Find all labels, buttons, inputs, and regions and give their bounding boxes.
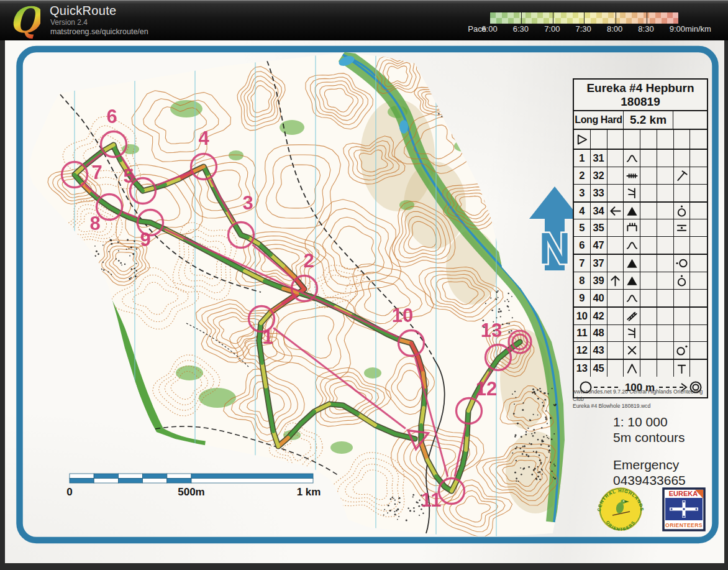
control-number: 12 <box>574 342 591 359</box>
col-d <box>624 237 640 254</box>
credit-line-2: Eureka #4 Blowhole 180819.wcd <box>573 403 711 410</box>
col-d <box>624 342 640 359</box>
eureka-logo: EUREKA ORIENTEERS <box>663 489 704 530</box>
control-number-label: 12 <box>476 378 497 400</box>
control-number: 4 <box>574 203 591 219</box>
cell <box>640 130 657 149</box>
col-f <box>657 237 674 254</box>
col-e <box>640 272 657 289</box>
col-d <box>624 185 640 201</box>
control-number: 8 <box>574 272 591 289</box>
control-row: 647 <box>574 237 707 255</box>
control-code: 35 <box>591 219 607 236</box>
control-number: 2 <box>574 167 591 184</box>
col-c <box>607 167 624 184</box>
control-number: 13 <box>574 360 591 377</box>
col-g <box>674 185 691 201</box>
control-number: 1 <box>574 150 591 167</box>
col-h <box>690 255 707 272</box>
col-f <box>657 325 674 342</box>
col-c <box>607 237 624 254</box>
between-lines-symbol <box>675 221 688 234</box>
control-row: 232 <box>574 167 707 185</box>
col-e <box>640 203 657 219</box>
course-name: Long Hard <box>574 111 624 129</box>
circle-dot-top-symbol <box>675 274 688 287</box>
col-g <box>674 290 691 306</box>
control-code: 40 <box>591 290 607 306</box>
col-c <box>607 203 624 219</box>
map-scale-text: 1: 10 000 <box>613 415 668 430</box>
col-h <box>690 360 707 377</box>
control-description-sheet: Eureka #4 Hepburn 180819 Long Hard 5.2 k… <box>573 78 708 398</box>
col-f <box>657 150 674 167</box>
scale-end-label: 1 km <box>297 486 321 498</box>
cell <box>591 130 607 149</box>
control-number-label: 7 <box>91 162 102 183</box>
col-d <box>624 219 640 236</box>
cell <box>607 130 624 149</box>
col-c <box>607 150 624 167</box>
col-h <box>690 185 707 201</box>
col-h <box>690 219 707 236</box>
col-g <box>674 342 691 359</box>
col-d <box>624 167 640 184</box>
col-d <box>624 272 640 289</box>
control-code: 33 <box>591 185 607 201</box>
pole-symbol <box>675 169 688 182</box>
col-e <box>640 360 657 377</box>
col-f <box>657 360 674 377</box>
col-f <box>657 255 674 272</box>
control-number-label: 11 <box>421 489 442 511</box>
cell <box>657 130 674 149</box>
control-rows: 1312323334345356477378399401042114812431… <box>574 130 707 377</box>
col-c <box>607 219 624 236</box>
col-h <box>690 342 707 359</box>
earth-wall-symbol <box>626 221 639 234</box>
col-d <box>624 150 640 167</box>
col-h <box>690 272 707 289</box>
control-row: 535 <box>574 219 707 237</box>
club2-bottom-text: ORIENTEERS <box>665 522 703 528</box>
control-number-label: 3 <box>242 192 253 214</box>
circle-dot-right-symbol <box>675 344 688 357</box>
arrow-left-symbol <box>609 205 622 218</box>
col-g <box>674 167 691 184</box>
col-h <box>690 203 707 219</box>
control-number-label: 13 <box>481 319 502 341</box>
col-f <box>657 203 674 219</box>
col-g <box>674 308 691 324</box>
course-spare-cell <box>673 111 707 129</box>
control-number-label: 2 <box>303 250 314 272</box>
control-row: 839 <box>574 272 707 290</box>
contour-interval-text: 5m contours <box>613 430 685 445</box>
event-title-block: Eureka #4 Hepburn 180819 <box>574 80 707 111</box>
col-g <box>674 219 691 236</box>
control-row: 737 <box>574 255 707 272</box>
reentrant-symbol <box>626 326 639 339</box>
knoll-symbol <box>626 152 639 165</box>
start-cell <box>574 130 591 149</box>
col-c <box>607 360 624 377</box>
col-g <box>674 150 691 167</box>
circle-dot-top-symbol <box>675 205 688 218</box>
col-c <box>607 325 624 342</box>
control-number: 11 <box>574 325 591 342</box>
col-f <box>657 308 674 324</box>
control-code: 37 <box>591 255 607 272</box>
col-f <box>657 290 674 306</box>
control-code: 32 <box>591 167 607 184</box>
control-row: 1042 <box>574 308 707 325</box>
t-bar-symbol <box>675 362 688 375</box>
control-code: 42 <box>591 308 607 324</box>
col-h <box>690 167 707 184</box>
col-f <box>657 185 674 201</box>
col-g <box>674 325 691 342</box>
control-code: 34 <box>591 203 607 219</box>
col-c <box>607 185 624 201</box>
circle-dot-left-symbol <box>675 257 688 270</box>
course-info-row: Long Hard 5.2 km <box>574 111 707 130</box>
course-length: 5.2 km <box>624 111 673 129</box>
ticked-line-symbol <box>626 169 639 182</box>
control-row: 940 <box>574 290 707 308</box>
